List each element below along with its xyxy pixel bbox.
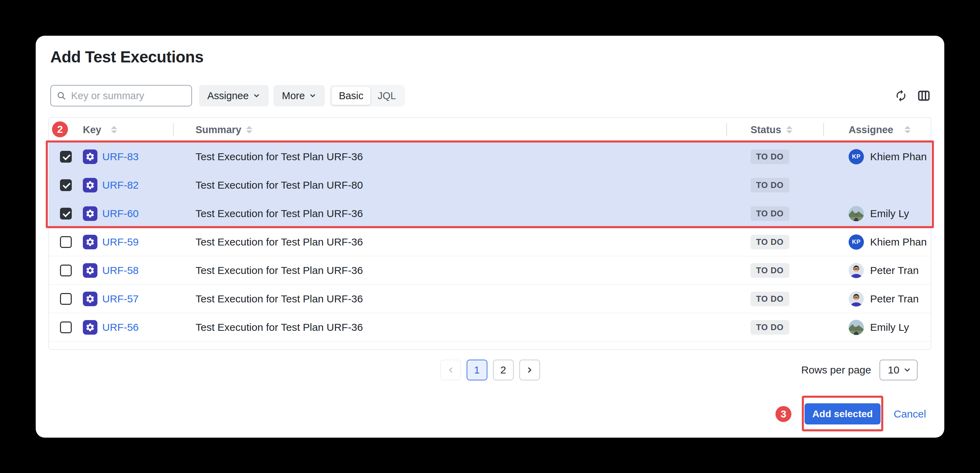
columns-icon	[917, 89, 931, 103]
table-row[interactable]: URF-82 Test Execution for Test Plan URF-…	[49, 170, 931, 199]
test-execution-type-icon	[83, 235, 97, 249]
refresh-icon	[894, 89, 908, 102]
table-row[interactable]: URF-56 Test Execution for Test Plan URF-…	[49, 313, 931, 341]
status-badge: TO DO	[751, 178, 789, 193]
row-checkbox[interactable]	[60, 179, 72, 191]
column-header-key[interactable]: Key	[83, 118, 173, 142]
sort-icon	[111, 126, 117, 134]
test-execution-type-icon	[83, 263, 97, 278]
table-row[interactable]: URF-59 Test Execution for Test Plan URF-…	[49, 228, 931, 256]
row-summary: Test Execution for Test Plan URF-36	[196, 151, 363, 162]
cancel-link[interactable]: Cancel	[894, 408, 926, 420]
table-header-row: Key Summary Status Assignee	[49, 118, 931, 143]
assignee-name: Peter Tran	[870, 264, 919, 276]
status-badge: TO DO	[751, 150, 789, 164]
table-row[interactable]: URF-58 Test Execution for Test Plan URF-…	[49, 256, 931, 284]
dialog-title: Add Test Executions	[50, 48, 204, 66]
chevron-down-icon	[309, 92, 317, 100]
assignee-avatar: KP	[849, 234, 864, 250]
table-row[interactable]: URF-83 Test Execution for Test Plan URF-…	[49, 143, 931, 170]
row-summary: Test Execution for Test Plan URF-36	[196, 236, 363, 248]
assignee-avatar	[849, 263, 864, 278]
assignee-name: Khiem Phan	[870, 236, 927, 248]
add-selected-button[interactable]: Add selected	[805, 403, 880, 424]
test-execution-type-icon	[83, 291, 97, 306]
issue-key-link[interactable]: URF-82	[102, 179, 138, 191]
search-field[interactable]	[50, 85, 192, 107]
row-summary: Test Execution for Test Plan URF-36	[196, 293, 363, 304]
issue-key-link[interactable]: URF-83	[102, 151, 138, 162]
column-header-status[interactable]: Status	[726, 118, 823, 142]
test-execution-type-icon	[83, 178, 97, 193]
column-header-summary[interactable]: Summary	[173, 118, 726, 142]
chevron-down-icon	[253, 92, 260, 100]
issue-key-link[interactable]: URF-56	[102, 322, 138, 333]
sort-icon	[246, 126, 252, 134]
search-input[interactable]	[70, 90, 186, 102]
assignee-avatar	[849, 291, 864, 307]
filter-toolbar: Assignee More Basic JQL	[50, 85, 931, 107]
row-summary: Test Execution for Test Plan URF-80	[196, 179, 363, 191]
issue-key-link[interactable]: URF-60	[102, 208, 138, 220]
assignee-name: Khiem Phan	[870, 151, 927, 162]
table-body: URF-83 Test Execution for Test Plan URF-…	[49, 143, 931, 341]
row-checkbox[interactable]	[60, 322, 72, 333]
test-execution-type-icon	[83, 320, 97, 334]
rows-per-page-control: Rows per page 10	[801, 360, 918, 381]
columns-settings-button[interactable]	[916, 88, 931, 104]
assignee-filter-button[interactable]: Assignee	[199, 85, 269, 107]
add-test-executions-dialog: Add Test Executions Assignee More Basic …	[36, 36, 944, 438]
annotation-step-3-badge: 3	[775, 406, 791, 422]
assignee-avatar	[849, 320, 864, 335]
assignee-name: Emily Ly	[870, 208, 909, 220]
refresh-button[interactable]	[893, 88, 908, 104]
issue-key-link[interactable]: URF-58	[102, 264, 138, 276]
pagination: 1 2	[440, 360, 540, 381]
next-page-button[interactable]	[519, 360, 540, 381]
table-footer-strip	[49, 341, 931, 349]
table-row[interactable]: URF-57 Test Execution for Test Plan URF-…	[49, 284, 931, 313]
query-mode-toggle: Basic JQL	[330, 85, 404, 107]
chevron-left-icon	[447, 366, 455, 374]
prev-page-button[interactable]	[440, 360, 461, 381]
status-badge: TO DO	[751, 320, 789, 334]
status-badge: TO DO	[751, 235, 789, 249]
row-summary: Test Execution for Test Plan URF-36	[196, 322, 363, 333]
table-row[interactable]: URF-60 Test Execution for Test Plan URF-…	[49, 199, 931, 228]
row-checkbox[interactable]	[60, 151, 72, 162]
row-checkbox[interactable]	[60, 293, 72, 305]
row-checkbox[interactable]	[60, 264, 72, 276]
sort-icon	[904, 126, 911, 134]
status-badge: TO DO	[751, 291, 789, 306]
row-checkbox[interactable]	[60, 236, 72, 248]
column-header-assignee[interactable]: Assignee	[823, 118, 931, 142]
test-executions-table: Key Summary Status Assignee U	[49, 117, 931, 350]
status-badge: TO DO	[751, 206, 789, 221]
assignee-avatar: KP	[849, 149, 864, 164]
sort-icon	[786, 126, 792, 134]
rows-per-page-select[interactable]: 10	[880, 360, 918, 381]
test-execution-type-icon	[83, 150, 97, 164]
tab-jql[interactable]: JQL	[371, 87, 403, 105]
assignee-name: Emily Ly	[870, 322, 909, 333]
search-icon	[57, 91, 66, 100]
status-badge: TO DO	[751, 263, 789, 278]
annotation-step-2-badge: 2	[52, 121, 68, 137]
tab-basic[interactable]: Basic	[331, 86, 371, 105]
issue-key-link[interactable]: URF-59	[102, 236, 138, 248]
rows-per-page-label: Rows per page	[801, 364, 871, 376]
chevron-right-icon	[525, 366, 534, 374]
page-button-2[interactable]: 2	[493, 360, 514, 381]
issue-key-link[interactable]: URF-57	[102, 293, 138, 305]
more-filter-button[interactable]: More	[274, 85, 325, 107]
test-execution-type-icon	[83, 206, 97, 221]
assignee-avatar	[849, 206, 864, 221]
page-button-1[interactable]: 1	[466, 360, 487, 381]
assignee-name: Peter Tran	[870, 293, 919, 305]
row-checkbox[interactable]	[60, 208, 72, 220]
row-summary: Test Execution for Test Plan URF-36	[196, 264, 363, 276]
row-summary: Test Execution for Test Plan URF-36	[196, 208, 363, 219]
chevron-down-icon	[903, 366, 912, 374]
